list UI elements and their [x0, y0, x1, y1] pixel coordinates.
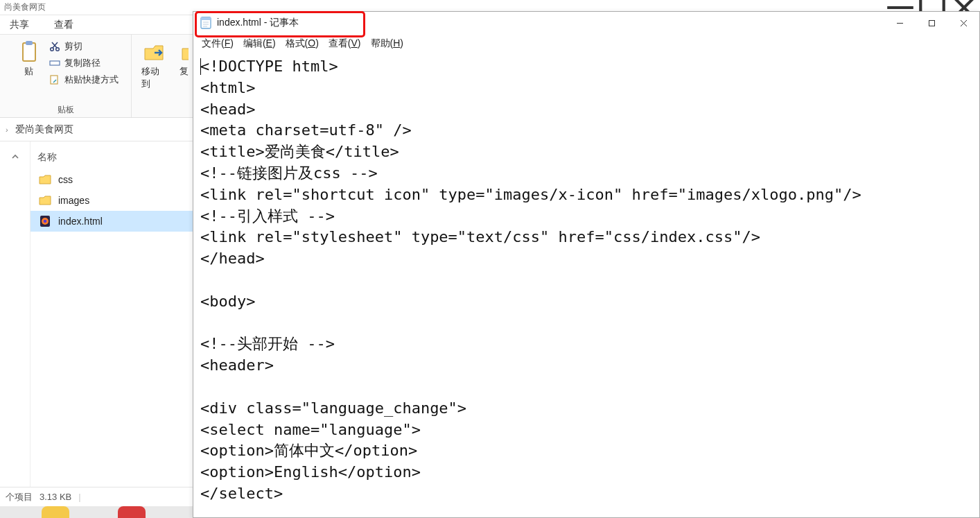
taskbar-icon[interactable] — [118, 506, 146, 518]
cut-button[interactable]: 剪切 — [49, 40, 119, 53]
menu-format[interactable]: 格式(O) — [286, 37, 319, 50]
clipboard-icon — [17, 40, 41, 64]
svg-point-14 — [44, 220, 47, 223]
notepad-window-controls — [884, 12, 979, 34]
explorer-status-bar: 个项目 3.13 KB | — [0, 487, 193, 506]
svg-line-9 — [52, 42, 57, 48]
notepad-icon — [200, 17, 211, 29]
copy-to-button[interactable]: 复 — [175, 39, 189, 92]
paste-button[interactable]: 贴 — [13, 39, 45, 79]
menu-edit[interactable]: 编辑(E) — [243, 37, 276, 50]
scissors-icon — [49, 41, 60, 52]
menu-view[interactable]: 查看(V) — [329, 37, 361, 50]
clipboard-group-label: 贴板 — [58, 101, 74, 116]
maximize-button[interactable] — [916, 12, 947, 34]
firefox-html-icon — [39, 215, 51, 227]
notepad-text-area[interactable]: <!DOCTYPE html> <html> <head> <meta char… — [193, 53, 979, 512]
tab-share[interactable]: 共享 — [10, 19, 29, 31]
notepad-menubar: 文件(F) 编辑(E) 格式(O) 查看(V) 帮助(H) — [193, 34, 979, 53]
svg-rect-4 — [23, 43, 35, 61]
menu-file[interactable]: 文件(F) — [202, 37, 234, 50]
close-button[interactable] — [947, 12, 979, 34]
svg-line-8 — [53, 42, 58, 48]
path-icon — [49, 58, 60, 69]
breadcrumb-folder[interactable]: 爱尚美食网页 — [15, 123, 73, 136]
notepad-title: index.html - 记事本 — [217, 17, 299, 29]
folder-icon — [39, 173, 51, 186]
explorer-nav-pane — [0, 141, 30, 487]
paste-shortcut-button[interactable]: 粘贴快捷方式 — [49, 74, 119, 86]
breadcrumb-chevron-icon: › — [6, 126, 8, 134]
svg-rect-11 — [51, 76, 58, 84]
collapse-tree-icon[interactable] — [0, 141, 30, 172]
status-item-count: 个项目 — [6, 491, 33, 503]
copy-to-icon — [180, 40, 189, 64]
tab-view[interactable]: 查看 — [54, 19, 73, 31]
svg-rect-10 — [50, 61, 60, 65]
status-size: 3.13 KB — [40, 492, 71, 502]
taskbar-icon[interactable] — [42, 506, 69, 518]
svg-rect-21 — [929, 20, 934, 26]
notepad-titlebar[interactable]: index.html - 记事本 — [193, 12, 979, 34]
svg-rect-16 — [201, 17, 211, 20]
folder-icon — [39, 194, 51, 207]
minimize-button[interactable] — [884, 12, 916, 34]
svg-rect-5 — [26, 41, 33, 45]
move-to-button[interactable]: 移动到 — [137, 39, 171, 92]
taskbar-fragment — [0, 506, 193, 518]
copy-path-button[interactable]: 复制路径 — [49, 57, 119, 69]
shortcut-icon — [49, 74, 60, 85]
move-to-icon — [142, 40, 166, 64]
menu-help[interactable]: 帮助(H) — [371, 37, 403, 50]
paste-label: 贴 — [24, 65, 33, 78]
notepad-window: index.html - 记事本 文件(F) 编辑(E) 格式(O) 查看(V)… — [193, 11, 980, 518]
